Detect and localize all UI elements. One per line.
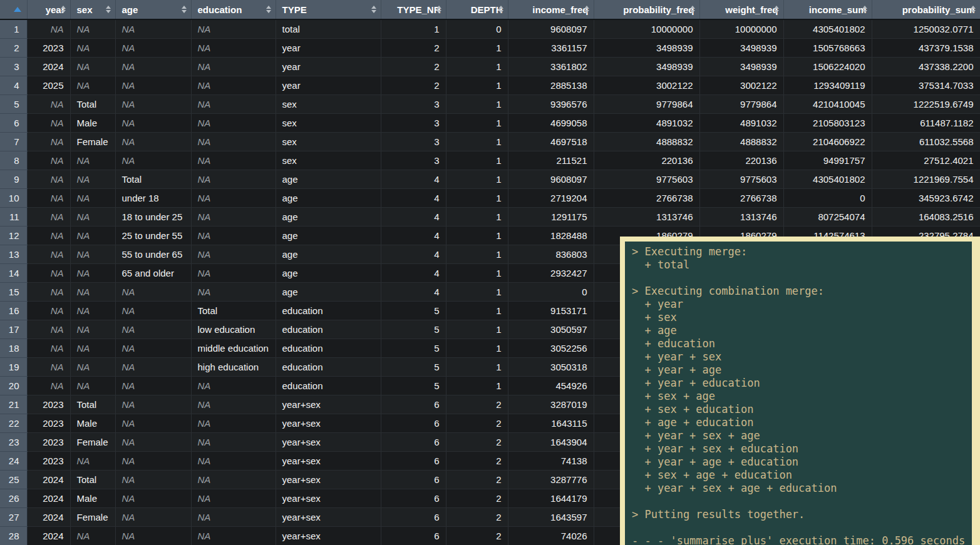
cell-education: NA xyxy=(191,94,276,113)
cell-DEPTH: 1 xyxy=(446,376,508,395)
sort-arrows-icon xyxy=(862,6,867,13)
cell-sex: NA xyxy=(70,76,115,94)
cell-sex: NA xyxy=(70,320,115,339)
cell-sex: Female xyxy=(70,507,115,526)
cell-year: 2023 xyxy=(27,395,70,414)
cell-TYPE_NR: 6 xyxy=(381,432,446,451)
column-header-probability_freq[interactable]: probability_freq xyxy=(594,0,699,19)
table-row[interactable]: 9NANATotalNAage4196080979775603977560343… xyxy=(0,170,980,188)
row-number: 18 xyxy=(0,339,27,357)
row-number: 16 xyxy=(0,301,27,320)
cell-year: 2023 xyxy=(27,432,70,451)
table-row[interactable]: 7NAFemaleNANAsex314697518488883248888322… xyxy=(0,132,980,151)
cell-TYPE: year+sex xyxy=(276,526,381,545)
cell-age: NA xyxy=(115,38,191,57)
cell-income_sum: 1506224020 xyxy=(783,57,872,76)
column-header-age[interactable]: age xyxy=(115,0,191,19)
cell-sex: Total xyxy=(70,395,115,414)
cell-DEPTH: 1 xyxy=(446,320,508,339)
table-row[interactable]: 8NANANANAsex3121152122013622013694991757… xyxy=(0,151,980,170)
table-row[interactable]: 42025NANANAyear2128851383002122300212212… xyxy=(0,76,980,94)
cell-education: NA xyxy=(191,245,276,263)
cell-income_freq: 2885138 xyxy=(508,76,594,94)
cell-income_freq: 4697518 xyxy=(508,132,594,151)
row-number: 6 xyxy=(0,113,27,132)
column-header-probability_sum[interactable]: probability_sum xyxy=(872,0,980,19)
column-header-rownum[interactable] xyxy=(0,0,27,19)
cell-age: NA xyxy=(115,57,191,76)
table-row[interactable]: 22023NANANAyear2133611573498939349893915… xyxy=(0,38,980,57)
cell-weight_freq: 9779864 xyxy=(699,94,783,113)
cell-education: NA xyxy=(191,38,276,57)
cell-income_freq: 1643904 xyxy=(508,432,594,451)
cell-TYPE: year+sex xyxy=(276,432,381,451)
cell-education: middle education xyxy=(191,339,276,357)
cell-DEPTH: 1 xyxy=(446,94,508,113)
row-number: 1 xyxy=(0,19,27,38)
cell-weight_freq: 3498939 xyxy=(699,57,783,76)
column-header-year[interactable]: year xyxy=(27,0,70,19)
row-number: 4 xyxy=(0,76,27,94)
cell-income_freq: 454926 xyxy=(508,376,594,395)
cell-TYPE_NR: 3 xyxy=(381,132,446,151)
cell-sex: NA xyxy=(70,207,115,226)
table-row[interactable]: 10NANAunder 18NAage412719204276673827667… xyxy=(0,188,980,207)
cell-TYPE: year+sex xyxy=(276,414,381,432)
cell-year: NA xyxy=(27,339,70,357)
cell-sex: NA xyxy=(70,451,115,470)
cell-probability_freq: 3498939 xyxy=(594,38,699,57)
cell-income_freq: 74026 xyxy=(508,526,594,545)
column-label-TYPE: TYPE xyxy=(282,4,307,15)
cell-age: NA xyxy=(115,132,191,151)
cell-probability_sum: 1250032.0771 xyxy=(872,19,980,38)
cell-TYPE_NR: 4 xyxy=(381,245,446,263)
cell-income_sum: 0 xyxy=(783,188,872,207)
cell-income_freq: 3361802 xyxy=(508,57,594,76)
cell-year: NA xyxy=(27,207,70,226)
table-row[interactable]: 11NANA18 to under 25NAage411291175131374… xyxy=(0,207,980,226)
cell-education: low education xyxy=(191,320,276,339)
cell-education: NA xyxy=(191,188,276,207)
cell-TYPE_NR: 2 xyxy=(381,57,446,76)
cell-DEPTH: 2 xyxy=(446,414,508,432)
row-number: 5 xyxy=(0,94,27,113)
cell-sex: Male xyxy=(70,414,115,432)
cell-education: NA xyxy=(191,395,276,414)
column-header-education[interactable]: education xyxy=(191,0,276,19)
column-header-TYPE[interactable]: TYPE xyxy=(276,0,381,19)
cell-TYPE_NR: 6 xyxy=(381,470,446,489)
column-header-sex[interactable]: sex xyxy=(70,0,115,19)
cell-DEPTH: 1 xyxy=(446,188,508,207)
table-row[interactable]: 32024NANANAyear2133618023498939349893915… xyxy=(0,57,980,76)
cell-income_freq: 2932427 xyxy=(508,263,594,282)
cell-probability_sum: 27512.4021 xyxy=(872,151,980,170)
cell-income_sum: 1293409119 xyxy=(783,76,872,94)
cell-TYPE: age xyxy=(276,170,381,188)
cell-age: NA xyxy=(115,395,191,414)
table-row[interactable]: 1NANANANAtotal10960809710000000100000004… xyxy=(0,19,980,38)
table-row[interactable]: 5NATotalNANAsex3193965769779864977986442… xyxy=(0,94,980,113)
cell-income_freq: 3052256 xyxy=(508,339,594,357)
column-header-DEPTH[interactable]: DEPTH xyxy=(446,0,508,19)
column-header-TYPE_NR[interactable]: TYPE_NR xyxy=(381,0,446,19)
cell-year: 2025 xyxy=(27,76,70,94)
cell-TYPE: year xyxy=(276,57,381,76)
cell-TYPE: age xyxy=(276,188,381,207)
column-header-weight_freq[interactable]: weight_freq xyxy=(699,0,783,19)
cell-sex: NA xyxy=(70,226,115,245)
table-row[interactable]: 6NAMaleNANAsex31469905848910324891032210… xyxy=(0,113,980,132)
cell-TYPE_NR: 4 xyxy=(381,226,446,245)
cell-DEPTH: 2 xyxy=(446,526,508,545)
cell-DEPTH: 1 xyxy=(446,207,508,226)
column-header-income_sum[interactable]: income_sum xyxy=(783,0,872,19)
cell-income_sum: 1505768663 xyxy=(783,38,872,57)
cell-TYPE: sex xyxy=(276,94,381,113)
cell-DEPTH: 2 xyxy=(446,451,508,470)
row-number: 21 xyxy=(0,395,27,414)
cell-weight_freq: 3002122 xyxy=(699,76,783,94)
cell-age: NA xyxy=(115,451,191,470)
column-header-income_freq[interactable]: income_freq xyxy=(508,0,594,19)
column-label-probability_sum: probability_sum xyxy=(879,4,975,15)
cell-DEPTH: 2 xyxy=(446,395,508,414)
cell-year: NA xyxy=(27,170,70,188)
